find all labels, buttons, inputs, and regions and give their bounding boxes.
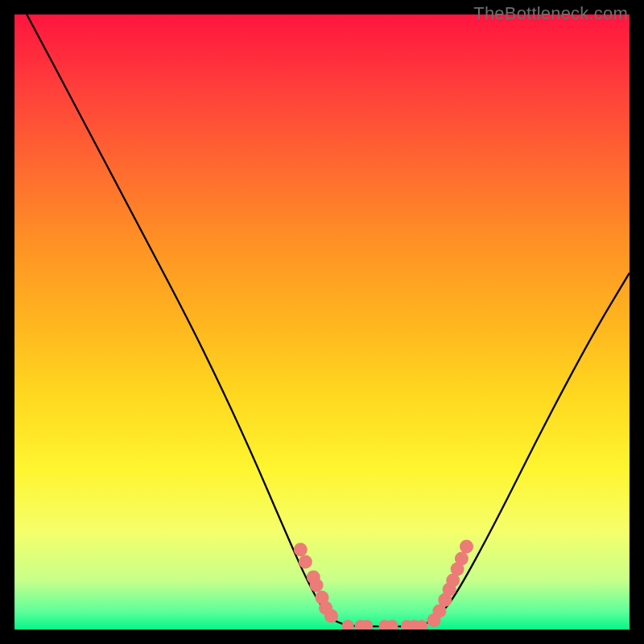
marker-dot (455, 552, 469, 566)
bottleneck-chart-svg (14, 14, 630, 630)
marker-dots-group (294, 539, 473, 630)
marker-dot (324, 609, 338, 623)
marker-dot (342, 620, 354, 630)
marker-dot (460, 539, 473, 553)
v-curve (27, 14, 630, 626)
watermark-text: TheBottleneck.com (473, 3, 628, 24)
marker-dot (294, 543, 308, 556)
marker-dot (299, 555, 312, 569)
marker-dot (310, 579, 324, 592)
